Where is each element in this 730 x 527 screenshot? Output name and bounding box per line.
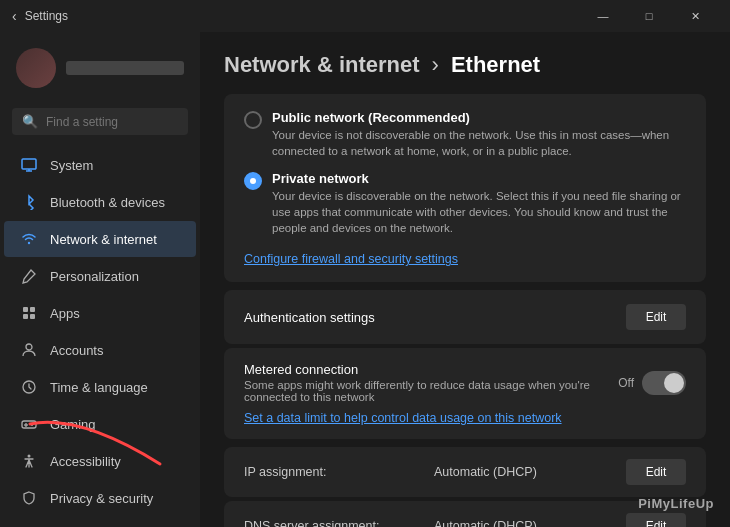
breadcrumb-separator: ›: [432, 52, 439, 78]
avatar: [16, 48, 56, 88]
sidebar-item-label: Network & internet: [50, 232, 157, 247]
sidebar-item-label: Time & language: [50, 380, 148, 395]
private-network-desc: Your device is discoverable on the netwo…: [272, 188, 686, 236]
sidebar-item-accounts[interactable]: Accounts: [4, 332, 196, 368]
firewall-link[interactable]: Configure firewall and security settings: [244, 252, 458, 266]
ip-assignment-row: IP assignment: Automatic (DHCP) Edit: [224, 447, 706, 497]
sidebar: 🔍 System Bluetooth & devices Network & i…: [0, 32, 200, 527]
person-icon: [20, 341, 38, 359]
avatar-image: [16, 48, 56, 88]
sidebar-item-label: Personalization: [50, 269, 139, 284]
main-content: Network & internet › Ethernet Public net…: [200, 32, 730, 527]
search-box[interactable]: 🔍: [12, 108, 188, 135]
svg-rect-7: [30, 314, 35, 319]
svg-rect-5: [30, 307, 35, 312]
ip-assignment-edit-button[interactable]: Edit: [626, 459, 686, 485]
auth-settings-edit-button[interactable]: Edit: [626, 304, 686, 330]
private-network-option[interactable]: Private network Your device is discovera…: [244, 171, 686, 236]
search-icon: 🔍: [22, 114, 38, 129]
sidebar-item-label: Privacy & security: [50, 491, 153, 506]
app-body: 🔍 System Bluetooth & devices Network & i…: [0, 32, 730, 527]
sidebar-item-windows-update[interactable]: Windows Update: [4, 517, 196, 527]
network-profile-card: Public network (Recommended) Your device…: [224, 94, 706, 282]
sidebar-item-apps[interactable]: Apps: [4, 295, 196, 331]
dns-assignment-value: Automatic (DHCP): [434, 519, 626, 527]
metered-toggle-container: Off: [618, 371, 686, 395]
breadcrumb-current: Ethernet: [451, 52, 540, 78]
close-button[interactable]: ✕: [672, 0, 718, 32]
svg-rect-6: [23, 314, 28, 319]
bluetooth-icon: [20, 193, 38, 211]
user-name-bar: [66, 61, 184, 75]
sidebar-item-label: Accounts: [50, 343, 103, 358]
sidebar-item-system[interactable]: System: [4, 147, 196, 183]
minimize-button[interactable]: —: [580, 0, 626, 32]
title-bar-title: Settings: [25, 9, 68, 23]
sidebar-item-label: Gaming: [50, 417, 96, 432]
dns-assignment-edit-button[interactable]: Edit: [626, 513, 686, 527]
svg-point-8: [26, 344, 32, 350]
public-network-radio[interactable]: [244, 111, 262, 129]
back-icon[interactable]: ‹: [12, 8, 17, 24]
public-network-text: Public network (Recommended) Your device…: [272, 110, 686, 159]
clock-icon: [20, 378, 38, 396]
metered-connection-title: Metered connection: [244, 362, 618, 377]
maximize-button[interactable]: □: [626, 0, 672, 32]
svg-rect-0: [22, 159, 36, 169]
sidebar-item-gaming[interactable]: Gaming: [4, 406, 196, 442]
title-bar: ‹ Settings — □ ✕: [0, 0, 730, 32]
ip-assignment-value: Automatic (DHCP): [434, 465, 626, 479]
watermark: PiMyLifeUp: [638, 496, 714, 511]
title-bar-left: ‹ Settings: [12, 8, 68, 24]
auth-settings-title: Authentication settings: [244, 310, 626, 325]
public-network-title: Public network (Recommended): [272, 110, 686, 125]
shield-icon: [20, 489, 38, 507]
metered-toggle[interactable]: [642, 371, 686, 395]
metered-connection-info: Metered connection Some apps might work …: [244, 362, 618, 403]
private-network-radio[interactable]: [244, 172, 262, 190]
sidebar-item-personalization[interactable]: Personalization: [4, 258, 196, 294]
dns-assignment-row: DNS server assignment: Automatic (DHCP) …: [224, 501, 706, 527]
apps-icon: [20, 304, 38, 322]
sidebar-item-label: System: [50, 158, 93, 173]
toggle-off-label: Off: [618, 376, 634, 390]
wifi-icon: [20, 230, 38, 248]
sidebar-item-privacy[interactable]: Privacy & security: [4, 480, 196, 516]
sidebar-item-accessibility[interactable]: Accessibility: [4, 443, 196, 479]
private-network-title: Private network: [272, 171, 686, 186]
svg-point-13: [31, 424, 33, 426]
auth-settings-row: Authentication settings Edit: [224, 290, 706, 344]
public-network-desc: Your device is not discoverable on the n…: [272, 127, 686, 159]
sidebar-item-time[interactable]: Time & language: [4, 369, 196, 405]
sidebar-item-network[interactable]: Network & internet: [4, 221, 196, 257]
sidebar-item-label: Bluetooth & devices: [50, 195, 165, 210]
title-bar-controls: — □ ✕: [580, 0, 718, 32]
breadcrumb-parent[interactable]: Network & internet: [224, 52, 420, 78]
sidebar-item-bluetooth[interactable]: Bluetooth & devices: [4, 184, 196, 220]
toggle-knob: [664, 373, 684, 393]
ip-assignment-label: IP assignment:: [244, 465, 434, 479]
sidebar-item-label: Accessibility: [50, 454, 121, 469]
svg-rect-4: [23, 307, 28, 312]
metered-connection-row: Metered connection Some apps might work …: [224, 348, 706, 439]
svg-point-14: [28, 455, 31, 458]
user-profile: [0, 40, 200, 104]
dns-assignment-label: DNS server assignment:: [244, 519, 434, 527]
search-input[interactable]: [46, 115, 196, 129]
monitor-icon: [20, 156, 38, 174]
data-limit-link[interactable]: Set a data limit to help control data us…: [244, 411, 562, 425]
private-network-text: Private network Your device is discovera…: [272, 171, 686, 236]
svg-point-3: [28, 242, 30, 244]
content-area: Public network (Recommended) Your device…: [200, 94, 730, 527]
sidebar-item-label: Apps: [50, 306, 80, 321]
metered-connection-desc: Some apps might work differently to redu…: [244, 379, 618, 403]
breadcrumb: Network & internet › Ethernet: [200, 32, 730, 94]
public-network-option[interactable]: Public network (Recommended) Your device…: [244, 110, 686, 159]
brush-icon: [20, 267, 38, 285]
metered-connection-header: Metered connection Some apps might work …: [244, 362, 686, 403]
accessibility-icon: [20, 452, 38, 470]
gaming-icon: [20, 415, 38, 433]
auth-settings-info: Authentication settings: [244, 310, 626, 325]
